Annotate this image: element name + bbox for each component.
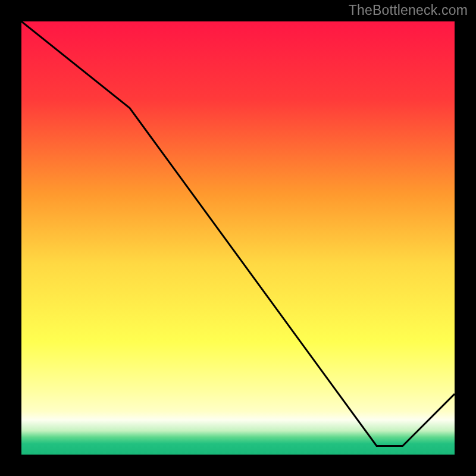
chart-svg: [21, 21, 455, 455]
chart-root: TheBottleneck.com: [0, 0, 476, 476]
watermark-text: TheBottleneck.com: [349, 2, 468, 18]
plot-area: [21, 21, 455, 455]
gradient-background: [21, 21, 455, 455]
